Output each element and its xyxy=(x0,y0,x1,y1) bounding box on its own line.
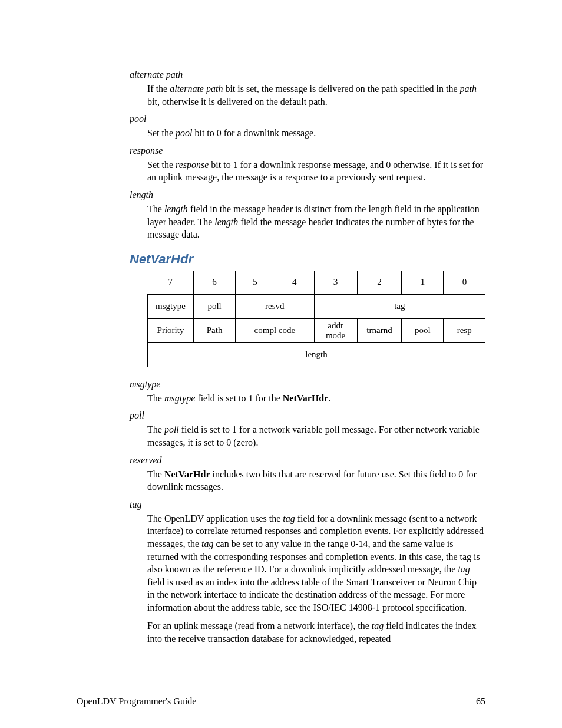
text: The xyxy=(147,393,164,403)
cell-resp: resp xyxy=(444,318,485,342)
bold: NetVarHdr xyxy=(164,469,210,479)
desc-length: The length field in the message header i… xyxy=(147,203,485,241)
heading-netvarhdr: NetVarHdr xyxy=(130,252,485,267)
desc-poll2: The poll field is set to 1 for a network… xyxy=(147,423,485,449)
text: bit is set, the message is delivered on … xyxy=(223,84,459,94)
text: If the xyxy=(147,84,170,94)
table-row: msgtype poll resvd tag xyxy=(148,294,485,318)
text: The xyxy=(147,424,164,434)
cell-resvd: resvd xyxy=(236,294,315,318)
footer-page-number: 65 xyxy=(476,696,485,707)
cell-msgtype: msgtype xyxy=(148,294,194,318)
bit-cell: 1 xyxy=(402,271,444,295)
text: Set the xyxy=(147,160,176,170)
bold: NetVarHdr xyxy=(283,393,329,403)
emphasis: length xyxy=(214,217,238,227)
bit-cell: 0 xyxy=(444,271,485,295)
emphasis: tag xyxy=(372,621,384,631)
desc-msgtype: The msgtype field is set to 1 for the Ne… xyxy=(147,392,485,405)
term-poll2: poll xyxy=(130,410,485,421)
term-pool: pool xyxy=(130,114,485,124)
text: bit, otherwise it is delivered on the de… xyxy=(147,97,328,107)
cell-priority: Priority xyxy=(148,318,194,342)
page: alternate path If the alternate path bit… xyxy=(0,0,562,728)
page-footer: OpenLDV Programmer's Guide 65 xyxy=(77,696,485,707)
desc-reserved: The NetVarHdr includes two bits that are… xyxy=(147,468,485,493)
emphasis: alternate path xyxy=(170,84,223,94)
text: field is set to 1 for the xyxy=(195,393,282,403)
cell-poll: poll xyxy=(194,294,236,318)
text: The OpenLDV application uses the xyxy=(147,513,283,523)
table-row: length xyxy=(148,342,485,367)
text: field is set to 1 for a network variable… xyxy=(147,424,480,447)
term-response: response xyxy=(130,146,485,156)
emphasis: path xyxy=(460,84,477,94)
desc-response: Set the response bit to 1 for a downlink… xyxy=(147,159,485,184)
text: bit to 0 for a downlink message. xyxy=(192,128,316,138)
emphasis: poll xyxy=(164,424,179,434)
cell-trnarnd: trnarnd xyxy=(357,318,402,342)
cell-length: length xyxy=(148,342,485,367)
cell-tag: tag xyxy=(314,294,485,318)
text: The xyxy=(147,204,164,214)
text: For an uplink message (read from a netwo… xyxy=(147,621,372,631)
desc-pool: Set the pool bit to 0 for a downlink mes… xyxy=(147,127,485,140)
text: . xyxy=(328,393,330,403)
bit-cell: 2 xyxy=(357,271,402,295)
desc-tag-p2: For an uplink message (read from a netwo… xyxy=(147,620,485,645)
desc-alternate-path: If the alternate path bit is set, the me… xyxy=(147,83,485,108)
table-row: Priority Path compl code addr mode trnar… xyxy=(148,318,485,342)
cell-path: Path xyxy=(194,318,236,342)
emphasis: msgtype xyxy=(164,393,195,403)
term-length: length xyxy=(130,190,485,200)
emphasis: tag xyxy=(201,539,213,549)
emphasis: tag xyxy=(458,564,470,574)
emphasis: response xyxy=(176,160,209,170)
footer-title: OpenLDV Programmer's Guide xyxy=(77,696,196,707)
bits-table: 7 6 5 4 3 2 1 0 msgtype poll resvd tag P… xyxy=(147,271,485,367)
term-msgtype: msgtype xyxy=(130,379,485,390)
bit-cell: 6 xyxy=(194,271,236,295)
bit-cell: 4 xyxy=(275,271,314,295)
bit-cell: 7 xyxy=(148,271,194,295)
emphasis: tag xyxy=(283,513,295,523)
bit-cell: 5 xyxy=(236,271,275,295)
emphasis: pool xyxy=(176,128,192,138)
cell-pool: pool xyxy=(402,318,444,342)
table-row-bits: 7 6 5 4 3 2 1 0 xyxy=(148,271,485,295)
term-tag: tag xyxy=(130,499,485,510)
spacer xyxy=(77,367,485,374)
cell-addr-mode: addr mode xyxy=(314,318,357,342)
cell-compl-code: compl code xyxy=(236,318,315,342)
term-alternate-path: alternate path xyxy=(130,70,485,80)
emphasis: length xyxy=(164,204,188,214)
text: Set the xyxy=(147,128,176,138)
text: The xyxy=(147,469,164,479)
desc-tag-p1: The OpenLDV application uses the tag fie… xyxy=(147,512,485,614)
term-reserved: reserved xyxy=(130,455,485,466)
bit-cell: 3 xyxy=(314,271,357,295)
text: field is used as an index into the addre… xyxy=(147,577,477,612)
